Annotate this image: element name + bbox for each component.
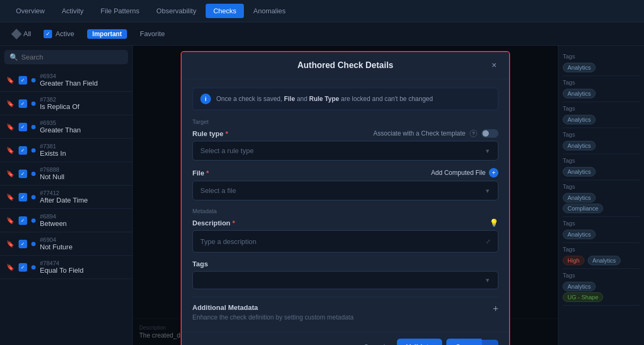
info-icon: i: [200, 94, 211, 104]
expand-icon: ⤢: [486, 238, 490, 245]
additional-meta-title: Additional Metadata: [192, 304, 354, 312]
filter-active[interactable]: ✓ Active: [39, 28, 78, 40]
item-name: After Date Time: [40, 196, 126, 204]
modal-wrapper: Authored Check Details × i Once a check …: [181, 51, 510, 345]
nav-file-patterns[interactable]: File Patterns: [93, 4, 147, 18]
status-dot: [31, 172, 36, 176]
checkbox[interactable]: ✓: [19, 123, 27, 131]
status-dot: [31, 148, 36, 153]
tag-high: High: [563, 256, 584, 265]
left-list: 🔍 🔖 ✓ #6934 Greater Than Field 🔖 ✓ #7382: [0, 46, 133, 345]
help-icon[interactable]: ?: [470, 130, 477, 137]
search-bar[interactable]: 🔍: [4, 50, 128, 64]
list-item[interactable]: 🔖 ✓ #78474 Equal To Field: [0, 256, 132, 279]
item-name: Not Future: [40, 243, 126, 251]
associate-label: Associate with a Check template: [374, 130, 465, 137]
item-info: #6934 Greater Than Field: [40, 73, 126, 87]
cancel-button[interactable]: Cancel: [356, 339, 392, 345]
additional-meta-desc: Enhance the check definition by setting …: [192, 314, 354, 321]
check-icon: ✓: [44, 30, 52, 38]
bookmark-icon: 🔖: [6, 240, 14, 248]
nav-activity[interactable]: Activity: [54, 4, 91, 18]
metadata-section-label: Metadata: [192, 208, 498, 214]
item-id: #6904: [40, 237, 126, 243]
item-info: #78474 Equal To Field: [40, 260, 126, 274]
list-item[interactable]: 🔖 ✓ #76888 Not Null: [0, 162, 132, 186]
list-item[interactable]: 🔖 ✓ #6894 Between: [0, 209, 132, 232]
list-item[interactable]: 🔖 ✓ #7382 Is Replica Of: [0, 92, 132, 115]
item-id: #6894: [40, 213, 126, 220]
tag-analytics: Analytics: [563, 63, 596, 72]
list-item[interactable]: 🔖 ✓ #6904 Not Future: [0, 232, 132, 256]
tag-compliance: Compliance: [563, 204, 603, 213]
validate-button[interactable]: Validate: [397, 339, 442, 345]
file-label: File *: [192, 169, 209, 177]
item-name: Exists In: [40, 149, 126, 157]
item-info: #76888 Not Null: [40, 166, 126, 181]
bookmark-icon: 🔖: [6, 147, 14, 154]
status-dot: [31, 218, 36, 223]
rule-type-select[interactable]: Select a rule type ▼: [192, 141, 498, 161]
item-info: #77412 After Date Time: [40, 190, 126, 204]
item-info: #7382 Is Replica Of: [40, 96, 126, 111]
list-item[interactable]: 🔖 ✓ #77412 After Date Time: [0, 186, 132, 209]
item-info: #6935 Greater Than: [40, 120, 126, 134]
status-dot: [31, 78, 36, 82]
info-text: Once a check is saved, File and Rule Typ…: [216, 95, 433, 103]
associate-toggle[interactable]: [481, 129, 498, 138]
center-content: Description The created_date must be equ…: [133, 46, 558, 345]
item-name: Equal To Field: [40, 266, 126, 274]
checkbox[interactable]: ✓: [19, 146, 27, 155]
checkbox[interactable]: ✓: [19, 99, 27, 108]
nav-overview[interactable]: Overview: [9, 4, 52, 18]
item-id: #78474: [40, 260, 126, 266]
rule-type-placeholder: Select a rule type: [200, 147, 253, 155]
modal-body: i Once a check is saved, File and Rule T…: [182, 79, 509, 332]
bookmark-icon: 🔖: [6, 77, 14, 84]
add-computed-icon[interactable]: +: [489, 168, 498, 178]
checkbox[interactable]: ✓: [19, 216, 27, 225]
bulb-icon: 💡: [489, 218, 498, 227]
tag-analytics: Analytics: [563, 141, 596, 150]
important-badge: Important: [87, 29, 127, 39]
checkbox[interactable]: ✓: [19, 240, 27, 248]
filter-important[interactable]: Important: [83, 27, 131, 41]
description-label: Description *: [192, 219, 235, 227]
description-input[interactable]: Type a description ⤢: [192, 230, 498, 253]
right-tag-row: Tags High Analytics: [563, 243, 640, 269]
tags-section: Tags ▼: [192, 260, 498, 289]
modal-footer: Cancel Validate Save ▼: [182, 332, 509, 345]
checkbox[interactable]: ✓: [19, 193, 27, 201]
filter-favorite[interactable]: Favorite: [135, 28, 169, 40]
list-item[interactable]: 🔖 ✓ #6934 Greater Than Field: [0, 69, 132, 92]
checkbox[interactable]: ✓: [19, 263, 27, 272]
nav-anomalies[interactable]: Anomalies: [246, 4, 293, 18]
checkbox[interactable]: ✓: [19, 76, 27, 85]
plus-icon[interactable]: +: [493, 304, 498, 315]
diamond-icon: [11, 29, 22, 39]
search-input[interactable]: [21, 53, 123, 61]
bookmark-icon: 🔖: [6, 217, 14, 224]
list-item[interactable]: 🔖 ✓ #6935 Greater Than: [0, 115, 132, 139]
additional-metadata: Additional Metadata Enhance the check de…: [192, 297, 498, 323]
filter-favorite-label: Favorite: [140, 30, 165, 38]
tags-input[interactable]: ▼: [192, 271, 498, 289]
info-banner: i Once a check is saved, File and Rule T…: [192, 88, 498, 110]
save-button[interactable]: Save: [446, 339, 481, 345]
right-tag-row: Tags Analytics: [563, 50, 640, 76]
save-dropdown-button[interactable]: ▼: [481, 340, 498, 346]
file-select[interactable]: Select a file ▼: [192, 181, 498, 200]
close-button[interactable]: ×: [488, 59, 501, 72]
nav-checks[interactable]: Checks: [206, 4, 243, 18]
nav-observability[interactable]: Observability: [149, 4, 204, 18]
list-item[interactable]: 🔖 ✓ #7381 Exists In: [0, 139, 132, 162]
right-tag-row: Tags Analytics: [563, 102, 640, 128]
checkbox[interactable]: ✓: [19, 170, 27, 178]
item-id: #6934: [40, 73, 126, 79]
modal-header: Authored Check Details ×: [182, 52, 509, 79]
item-info: #7381 Exists In: [40, 143, 126, 157]
item-name: Greater Than: [40, 126, 126, 134]
right-tag-row: Tags Analytics Compliance: [563, 180, 640, 217]
filter-all[interactable]: All: [9, 28, 35, 40]
item-id: #77412: [40, 190, 126, 196]
